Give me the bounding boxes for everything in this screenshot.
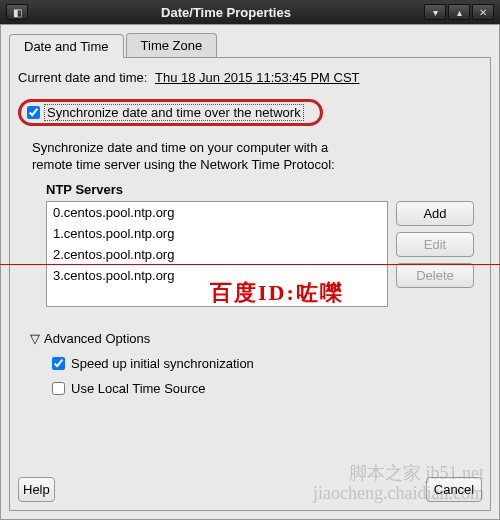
sync-description: Synchronize date and time on your comput… xyxy=(32,140,478,174)
app-menu-icon[interactable]: ◧ xyxy=(6,4,28,20)
local-time-source-label: Use Local Time Source xyxy=(71,381,205,396)
chevron-down-icon: ▽ xyxy=(30,331,40,346)
ntp-servers-header: NTP Servers xyxy=(46,182,474,197)
dialog-footer: Help Cancel xyxy=(18,469,482,502)
advanced-options-section: ▽ Advanced Options Speed up initial sync… xyxy=(30,331,474,396)
current-datetime-label: Current date and time: xyxy=(18,70,147,85)
speed-up-sync-checkbox[interactable]: Speed up initial synchronization xyxy=(52,356,474,371)
sync-description-line1: Synchronize date and time on your comput… xyxy=(32,140,478,157)
help-button[interactable]: Help xyxy=(18,477,55,502)
list-item[interactable]: 1.centos.pool.ntp.org xyxy=(47,223,387,244)
advanced-options-label: Advanced Options xyxy=(44,331,150,346)
tab-date-and-time[interactable]: Date and Time xyxy=(9,34,124,58)
cancel-button[interactable]: Cancel xyxy=(426,477,482,502)
window-title: Date/Time Properties xyxy=(161,5,291,20)
sync-over-network-checkbox[interactable]: Synchronize date and time over the netwo… xyxy=(18,99,323,126)
current-datetime-value: Thu 18 Jun 2015 11:53:45 PM CST xyxy=(155,70,360,85)
close-icon[interactable]: ✕ xyxy=(472,4,494,20)
sync-over-network-label: Synchronize date and time over the netwo… xyxy=(44,104,304,121)
maximize-icon[interactable]: ▴ xyxy=(448,4,470,20)
sync-over-network-input[interactable] xyxy=(27,106,40,119)
sync-description-line2: remote time server using the Network Tim… xyxy=(32,157,478,174)
local-time-source-input[interactable] xyxy=(52,382,65,395)
add-button[interactable]: Add xyxy=(396,201,474,226)
tabs: Date and Time Time Zone xyxy=(9,33,491,57)
delete-button: Delete xyxy=(396,263,474,288)
annotation-baidu-id: 百度ID:咗嚛 xyxy=(210,278,344,308)
list-item[interactable]: 2.centos.pool.ntp.org xyxy=(47,244,387,265)
speed-up-sync-input[interactable] xyxy=(52,357,65,370)
local-time-source-checkbox[interactable]: Use Local Time Source xyxy=(52,381,474,396)
current-datetime-row: Current date and time: Thu 18 Jun 2015 1… xyxy=(18,70,482,85)
edit-button: Edit xyxy=(396,232,474,257)
annotation-redline xyxy=(0,264,500,265)
speed-up-sync-label: Speed up initial synchronization xyxy=(71,356,254,371)
tab-time-zone[interactable]: Time Zone xyxy=(126,33,218,57)
titlebar: ◧ Date/Time Properties ▾ ▴ ✕ xyxy=(0,0,500,24)
advanced-options-toggle[interactable]: ▽ Advanced Options xyxy=(30,331,474,346)
minimize-icon[interactable]: ▾ xyxy=(424,4,446,20)
client-area: Date and Time Time Zone Current date and… xyxy=(0,24,500,520)
list-item[interactable]: 0.centos.pool.ntp.org xyxy=(47,202,387,223)
